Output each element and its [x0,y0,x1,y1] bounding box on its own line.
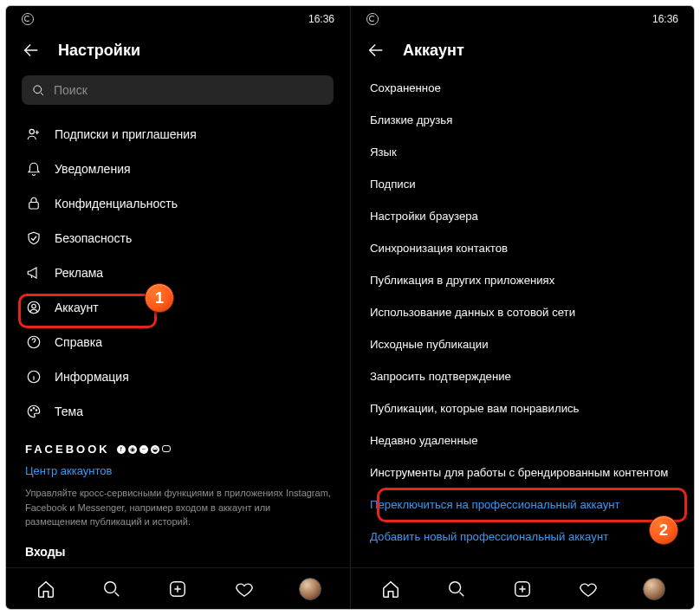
back-button[interactable] [22,41,41,60]
svg-point-7 [30,410,32,411]
bottom-nav [351,567,694,609]
nav-create[interactable] [510,577,535,601]
account-screen: 16:36 Аккаунт Сохраненное Близкие друзья… [350,6,694,609]
nav-home[interactable] [34,577,58,601]
account-item-recently-deleted[interactable]: Недавно удаленные [366,424,678,456]
search-placeholder: Поиск [54,83,88,97]
menu-label: Реклама [55,266,103,280]
account-item-cellular-data[interactable]: Использование данных в сотовой сети [366,296,678,328]
menu-item-about[interactable]: Информация [22,359,334,394]
menu-label: Справка [55,335,102,349]
menu-item-notifications[interactable]: Уведомления [22,152,334,186]
shazam-icon [22,13,34,25]
lock-icon [25,195,42,212]
account-item-liked-posts[interactable]: Публикации, которые вам понравились [366,392,678,424]
page-title: Настройки [58,42,140,60]
svg-point-4 [32,304,36,308]
nav-create[interactable] [165,577,190,601]
svg-point-12 [450,581,461,592]
nav-search[interactable] [100,577,124,601]
menu-label: Безопасность [55,231,132,245]
account-icon [25,299,42,316]
header: Аккаунт [351,32,694,72]
megaphone-icon [25,264,42,282]
status-time: 16:36 [308,13,334,25]
user-plus-icon [25,126,42,143]
search-input[interactable]: Поиск [22,75,334,105]
menu-label: Информация [55,370,129,384]
svg-point-9 [36,410,37,411]
account-item-contacts-sync[interactable]: Синхронизация контактов [366,232,678,264]
bottom-nav [6,567,350,609]
nav-activity[interactable] [232,577,256,601]
account-item-branded-content[interactable]: Инструменты для работы с брендированным … [366,456,678,489]
account-item-browser[interactable]: Настройки браузера [366,200,678,232]
account-item-switch-pro[interactable]: Переключиться на профессиональный аккаун… [366,489,678,521]
search-icon [32,84,45,97]
account-item-captions[interactable]: Подписи [366,168,678,200]
facebook-brand: FACEBOOK f◉~◒ [22,439,334,459]
shazam-icon [366,13,379,25]
brand-app-icons: f◉~◒ [117,445,171,454]
status-time: 16:36 [652,13,678,25]
svg-point-8 [33,408,35,410]
avatar [299,578,321,600]
info-icon [25,368,42,385]
svg-rect-2 [29,203,39,210]
help-icon [25,333,42,351]
bell-icon [25,160,42,178]
logins-heading: Входы [22,541,334,562]
menu-label: Тема [55,405,83,418]
page-title: Аккаунт [403,42,464,60]
svg-point-0 [34,85,42,93]
accounts-center-link[interactable]: Центр аккаунтов [22,459,334,482]
nav-search[interactable] [444,577,469,601]
menu-label: Аккаунт [55,301,99,314]
header: Настройки [6,32,350,72]
back-button[interactable] [366,41,386,60]
avatar [643,578,665,600]
status-bar: 16:36 [351,6,694,32]
menu-item-security[interactable]: Безопасность [22,221,334,256]
account-item-language[interactable]: Язык [366,136,678,168]
menu-item-account[interactable]: Аккаунт [22,290,334,325]
account-item-original-posts[interactable]: Исходные публикации [366,328,678,360]
account-item-request-verification[interactable]: Запросить подтверждение [366,360,678,392]
nav-activity[interactable] [576,577,600,601]
menu-label: Конфиденциальность [55,197,178,210]
account-item-sharing[interactable]: Публикация в других приложениях [366,264,678,296]
nav-profile[interactable] [642,577,666,601]
nav-home[interactable] [379,577,403,601]
menu-item-help[interactable]: Справка [22,325,334,359]
menu-label: Подписки и приглашения [55,127,197,141]
settings-screen: 16:36 Настройки Поиск Подписки и приглаш… [6,6,350,609]
status-bar: 16:36 [6,6,350,32]
palette-icon [25,403,42,420]
svg-point-1 [29,129,34,133]
svg-point-10 [105,581,116,592]
nav-profile[interactable] [298,577,322,601]
account-item-saved[interactable]: Сохраненное [366,72,678,104]
accounts-center-desc: Управляйте кросс-сервисными функциями в … [22,482,334,541]
shield-icon [25,230,42,247]
menu-item-theme[interactable]: Тема [22,394,334,429]
menu-item-follows[interactable]: Подписки и приглашения [22,117,334,152]
account-item-add-pro[interactable]: Добавить новый профессиональный аккаунт [366,521,678,553]
menu-item-privacy[interactable]: Конфиденциальность [22,186,334,221]
account-item-close-friends[interactable]: Близкие друзья [366,104,678,136]
menu-item-ads[interactable]: Реклама [22,256,334,290]
menu-label: Уведомления [55,162,131,176]
